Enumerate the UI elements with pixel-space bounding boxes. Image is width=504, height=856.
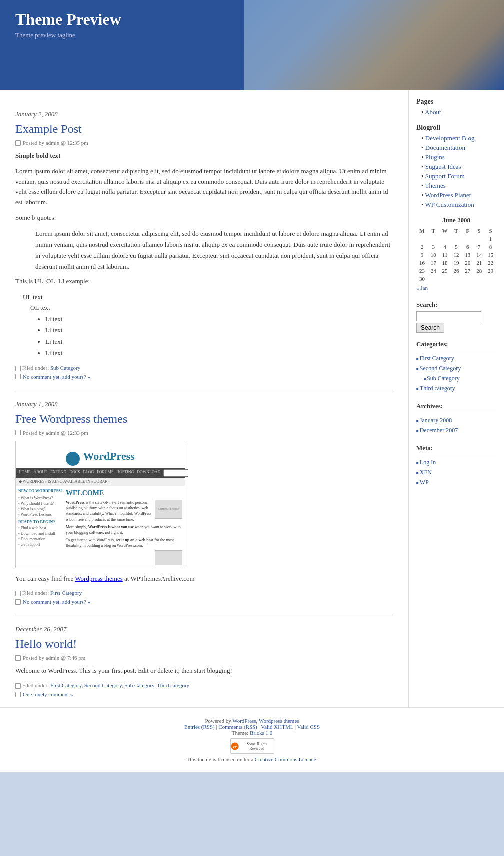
filed-icon (15, 366, 21, 371)
list-item: Third category (416, 384, 496, 392)
list-item: Plugins (421, 153, 496, 161)
post-2-comment-link: No comment yet, add yours? » (15, 599, 393, 605)
post-icon-3 (15, 655, 21, 661)
comment-icon (15, 374, 21, 379)
footer-comments-rss[interactable]: Comments (RSS) (218, 724, 257, 730)
footer-wp-link[interactable]: WordPress (232, 718, 256, 724)
footer-valid-css[interactable]: Valid CSS (297, 724, 320, 730)
post-2: January 1, 2008 Free Wordpress themes Po… (15, 400, 393, 605)
post-1-comment-link: No comment yet, add yours? » (15, 374, 393, 380)
list-item: Li text (45, 348, 393, 359)
post-2-body: You can easy find free Wordpress themes … (15, 574, 393, 584)
wp-search-input[interactable] (163, 469, 188, 477)
footer-license: This theme is licensed under a Creative … (10, 756, 494, 762)
post-1-comment-anchor[interactable]: No comment yet, add yours? » (23, 374, 90, 380)
li-list: Li text Li text Li text Li text (45, 314, 393, 359)
post-2-date: January 1, 2008 (15, 400, 393, 408)
post-2-footer: Filed under: First Category (15, 590, 393, 596)
categories-widget: Categories: First Category Second Catego… (416, 340, 496, 392)
sub-categories-list: Sub Category (424, 374, 496, 382)
blockquote: Lorem ipsum dolor sit amet, consectetur … (35, 228, 393, 272)
blogroll-link-6[interactable]: WordPress Planet (425, 191, 471, 199)
footer-valid-xhtml[interactable]: Valid XHTML (261, 724, 293, 730)
post-3-footer: Filed under: First Category, Second Cate… (15, 682, 393, 689)
archives-title: Archives: (416, 402, 496, 412)
archives-widget: Archives: January 2008 December 2007 (416, 402, 496, 434)
meta-login-link[interactable]: Log In (420, 459, 436, 466)
post-3-date: December 26, 2007 (15, 625, 393, 633)
footer-powered: Powered by WordPress, Wordpress themes (10, 718, 494, 724)
footer-theme-link[interactable]: Bricks 1.0 (250, 730, 272, 736)
post-2-title-link[interactable]: Free Wordpress themes (15, 412, 127, 425)
blogroll-link-5[interactable]: Themes (425, 182, 446, 189)
blogroll-link-2[interactable]: Plugins (425, 153, 445, 161)
post-icon-2 (15, 430, 21, 435)
list-item: WP (416, 478, 496, 486)
cat-link-2[interactable]: Second Category (420, 365, 461, 372)
cat-link-1[interactable]: First Category (420, 355, 454, 362)
post-3-cat-4[interactable]: Third category (157, 682, 189, 688)
meta-wp-link[interactable]: WP (420, 479, 429, 486)
ul-ol-section: UL text OL text Li text Li text Li text … (15, 292, 393, 359)
footer-license-link[interactable]: Creative Commons Licence (255, 756, 316, 762)
blogroll-link-7[interactable]: WP Customization (425, 201, 474, 208)
post-3-comment-anchor[interactable]: One lonely comment » (23, 691, 73, 697)
cal-header: M (416, 227, 428, 235)
cc-badge: cc Some Rights Reserved (230, 738, 274, 754)
post-1-title-link[interactable]: Example Post (15, 122, 82, 135)
categories-title: Categories: (416, 340, 496, 350)
site-tagline: Theme preview tagline (15, 31, 504, 39)
list-item: Suggest Ideas (421, 163, 496, 171)
list-item: Themes (421, 182, 496, 190)
list-item: Li text (45, 325, 393, 336)
post-2-title: Free Wordpress themes (15, 412, 393, 426)
archive-link-jan[interactable]: January 2008 (420, 417, 452, 424)
filed-icon-3 (15, 683, 21, 689)
archives-list: January 2008 December 2007 (416, 416, 496, 434)
list-item: WP Customization (421, 201, 496, 209)
categories-list: First Category Second Category Sub Categ… (416, 354, 496, 392)
post-3-cat-2[interactable]: Second Category (84, 682, 122, 688)
post-1-category-link[interactable]: Sub Category (50, 365, 80, 371)
list-item: January 2008 (416, 416, 496, 424)
list-item: Documentation (421, 144, 496, 152)
list-item: December 2007 (416, 426, 496, 434)
post-1-date: January 2, 2008 (15, 110, 393, 118)
post-3-cat-1[interactable]: First Category (50, 682, 82, 688)
list-item: About (421, 108, 496, 116)
blogroll-link-1[interactable]: Documentation (425, 144, 465, 151)
blogroll-link-4[interactable]: Support Forum (425, 172, 465, 180)
footer-links: Entries (RSS) | Comments (RSS) | Valid X… (10, 724, 494, 730)
search-input[interactable] (416, 311, 481, 321)
list-item: XFN (416, 468, 496, 476)
svg-text:cc: cc (233, 744, 237, 749)
post-3-meta: Posted by admin @ 7:46 pm (15, 655, 393, 661)
cat-link-3[interactable]: Third category (420, 385, 455, 392)
calendar-prev-link[interactable]: « Jan (416, 284, 428, 291)
list-item: Sub Category (424, 374, 496, 382)
footer-themes-link[interactable]: Wordpress themes (259, 718, 299, 724)
cal-header: T (451, 227, 462, 235)
post-2-content: WordPress HOMEABOUTEXTENDDOCSBLOGFORUMSH… (15, 441, 393, 584)
blogroll-link-0[interactable]: Development Blog (425, 134, 475, 142)
post-3-cat-3[interactable]: Sub Category (124, 682, 154, 688)
filed-icon-2 (15, 591, 21, 596)
list-item: Li text (45, 337, 393, 347)
cal-header: S (473, 227, 485, 235)
blogroll-link-3[interactable]: Suggest Ideas (425, 163, 461, 170)
wordpress-themes-link[interactable]: Wordpress themes (75, 575, 122, 582)
post-2-comment-anchor[interactable]: No comment yet, add yours? » (23, 599, 90, 605)
subcat-link-1[interactable]: Sub Category (427, 375, 460, 382)
separator-2 (15, 615, 393, 615)
search-button[interactable] (416, 323, 444, 333)
footer: Powered by WordPress, Wordpress themes E… (0, 707, 504, 772)
meta-xfn-link[interactable]: XFN (420, 469, 432, 476)
post-icon (15, 140, 21, 146)
post-3-title-link[interactable]: Hello world! (15, 637, 77, 650)
post-1-content: Simple bold text Lorem ipsum dolor sit a… (15, 151, 393, 359)
post-1-footer: Filed under: Sub Category (15, 365, 393, 371)
footer-entries-rss[interactable]: Entries (RSS) (184, 724, 215, 730)
post-2-category-link[interactable]: First Category (50, 590, 82, 596)
about-link[interactable]: About (425, 108, 441, 116)
archive-link-dec[interactable]: December 2007 (420, 427, 458, 434)
